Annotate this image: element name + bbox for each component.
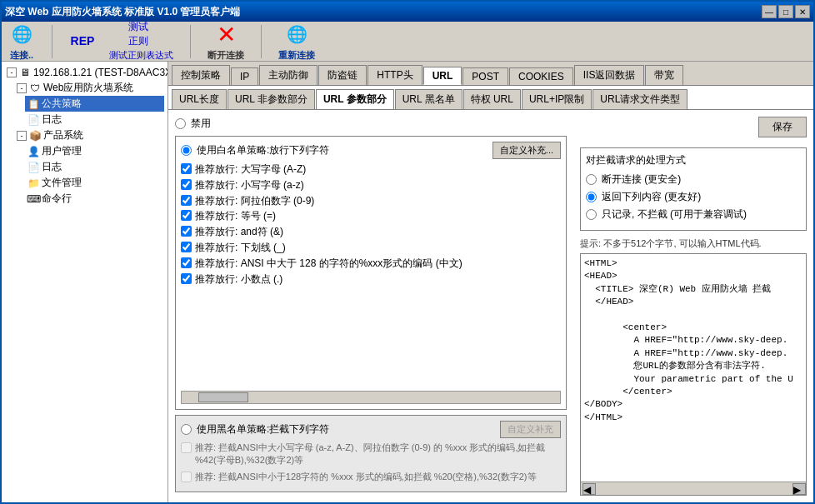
tab-top-COOKIES[interactable]: COOKIES bbox=[509, 67, 573, 85]
sidebar-item-waf[interactable]: - 🛡 Web应用防火墙系统 bbox=[15, 80, 164, 96]
radio-whitelist[interactable] bbox=[181, 145, 192, 156]
handle-radio-2[interactable] bbox=[586, 209, 597, 220]
sidebar-item-user[interactable]: 👤 用户管理 bbox=[25, 143, 164, 159]
whitelist-items: 推荐放行: 大写字母 (A-Z)推荐放行: 小写字母 (a-z)推荐放行: 阿拉… bbox=[181, 162, 561, 389]
connect-label: 连接.. bbox=[10, 49, 33, 62]
save-button[interactable]: 保存 bbox=[758, 117, 807, 137]
cmd-icon: ⌨ bbox=[27, 192, 40, 206]
whitelist-checkbox-4[interactable] bbox=[181, 226, 192, 237]
hint-text: 提示: 不多于512个字节, 可以输入HTML代码. bbox=[580, 237, 807, 250]
whitelist-checkbox-6[interactable] bbox=[181, 257, 192, 268]
main-content: - 🖥 192.168.1.21 (TEST-D8AAC3XQDM) - 🛡 W… bbox=[2, 62, 813, 502]
log1-icon: 📄 bbox=[27, 113, 40, 127]
scrollbar-thumb bbox=[198, 392, 248, 402]
whitelist-scrollbar-h[interactable] bbox=[181, 391, 561, 404]
tab-top-HTTP头[interactable]: HTTP头 bbox=[368, 65, 422, 85]
expand-waf[interactable]: - bbox=[17, 83, 27, 93]
rep-button[interactable]: REP bbox=[69, 27, 96, 56]
tab-top-控制策略[interactable]: 控制策略 bbox=[172, 65, 230, 85]
divider-1 bbox=[52, 25, 52, 58]
two-col-layout: 禁用 使用白名单策略:放行下列字符 自定义补充... 推荐 bbox=[175, 117, 807, 496]
tab-second-5[interactable]: URL+IP限制 bbox=[522, 89, 592, 109]
connect-icon: 🌐 bbox=[8, 21, 35, 47]
tab-top-带宽[interactable]: 带宽 bbox=[645, 65, 683, 85]
html-editor-scrollbar-h[interactable]: ◀ ▶ bbox=[581, 482, 806, 495]
sidebar-item-policy[interactable]: 📋 公共策略 bbox=[25, 96, 164, 112]
radio-disabled-row: 禁用 bbox=[175, 117, 567, 131]
tab-bar-top: 控制策略IP主动防御防盗链HTTP头URLPOSTCOOKIESIIS返回数据带… bbox=[168, 62, 813, 86]
whitelist-item: 推荐放行: 等号 (=) bbox=[181, 209, 561, 223]
whitelist-checkbox-5[interactable] bbox=[181, 242, 192, 252]
cmd-label: 命令行 bbox=[42, 192, 72, 206]
blacklist-item: 推荐: 拦截ANSI中小于128字符的 %xxx 形式的编码,如拦截 %20(空… bbox=[181, 471, 561, 483]
tab-second-4[interactable]: 特权 URL bbox=[463, 89, 521, 109]
whitelist-checkbox-1[interactable] bbox=[181, 179, 192, 190]
policy-label: 公共策略 bbox=[42, 97, 82, 111]
sidebar-item-log2[interactable]: 📄 日志 bbox=[25, 159, 164, 175]
handle-option-row-1: 返回下列内容 (更友好) bbox=[586, 190, 801, 204]
whitelist-item: 推荐放行: ANSI 中大于 128 的字符的%xxx形式的编码 (中文) bbox=[181, 257, 561, 271]
tab-second-6[interactable]: URL请求文件类型 bbox=[592, 89, 688, 109]
scroll-left-btn[interactable]: ◀ bbox=[582, 483, 596, 495]
tab-top-POST[interactable]: POST bbox=[462, 67, 508, 85]
sidebar-item-product[interactable]: - 📦 产品系统 bbox=[15, 127, 164, 143]
server-label: 192.168.1.21 (TEST-D8AAC3XQDM) bbox=[33, 67, 168, 78]
handle-radio-1[interactable] bbox=[586, 192, 597, 202]
title-bar: 深空 Web 应用防火墙系统 标准版 V1.0 管理员客户端 — □ ✕ bbox=[2, 2, 813, 22]
test-regex-icon: 测试正则 bbox=[128, 21, 155, 47]
policy-icon: 📋 bbox=[27, 97, 40, 111]
tab-second-2[interactable]: URL 参数部分 bbox=[316, 89, 394, 109]
divider-3 bbox=[261, 25, 262, 58]
content-area: 禁用 使用白名单策略:放行下列字符 自定义补充... 推荐 bbox=[168, 110, 813, 502]
expand-server[interactable]: - bbox=[7, 67, 17, 77]
handle-section: 对拦截请求的处理方式 断开连接 (更安全)返回下列内容 (更友好)只记录, 不拦… bbox=[580, 147, 807, 231]
blacklist-checkbox-0[interactable] bbox=[181, 442, 192, 453]
expand-product[interactable]: - bbox=[17, 131, 27, 141]
handle-radio-0[interactable] bbox=[586, 174, 597, 185]
test-regex-button[interactable]: 测试正则 测试正则表达式 bbox=[109, 21, 173, 62]
radio-disabled[interactable] bbox=[175, 118, 186, 129]
customize-blacklist-button[interactable]: 自定义补充 bbox=[500, 421, 561, 438]
tab-top-IIS返回数据[interactable]: IIS返回数据 bbox=[574, 65, 645, 85]
scroll-track bbox=[596, 484, 792, 494]
tab-top-主动防御[interactable]: 主动防御 bbox=[259, 65, 318, 85]
tab-top-URL[interactable]: URL bbox=[423, 67, 462, 85]
handle-option-label-0: 断开连接 (更安全) bbox=[602, 172, 681, 187]
blacklist-item: 推荐: 拦截ANSI中大小写字母 (a-z, A-Z)、阿拉伯数字 (0-9) … bbox=[181, 442, 561, 467]
whitelist-checkbox-2[interactable] bbox=[181, 195, 192, 206]
window-controls: — □ ✕ bbox=[762, 5, 810, 18]
sidebar-item-log1[interactable]: 📄 日志 bbox=[25, 112, 164, 127]
customize-whitelist-button[interactable]: 自定义补充... bbox=[492, 142, 561, 159]
tab-second-3[interactable]: URL 黑名单 bbox=[395, 89, 462, 109]
file-icon: 📁 bbox=[27, 177, 40, 190]
whitelist-label-4: 推荐放行: and符 (&) bbox=[195, 225, 283, 239]
waf-children: 📋 公共策略 📄 日志 bbox=[15, 96, 164, 127]
maximize-button[interactable]: □ bbox=[778, 5, 793, 18]
sidebar-item-file[interactable]: 📁 文件管理 bbox=[25, 175, 164, 191]
tab-second-0[interactable]: URL长度 bbox=[172, 89, 227, 109]
whitelist-item: 推荐放行: 下划线 (_) bbox=[181, 241, 561, 255]
product-icon: 📦 bbox=[28, 129, 42, 142]
sidebar-item-server[interactable]: - 🖥 192.168.1.21 (TEST-D8AAC3XQDM) bbox=[5, 65, 164, 80]
connect-button[interactable]: 🌐 连接.. bbox=[8, 21, 35, 62]
disconnect-button[interactable]: ✕ 断开连接 bbox=[208, 21, 244, 62]
whitelist-header: 使用白名单策略:放行下列字符 自定义补充... bbox=[181, 142, 561, 159]
close-button[interactable]: ✕ bbox=[795, 5, 810, 18]
minimize-button[interactable]: — bbox=[762, 5, 777, 18]
tab-second-1[interactable]: URL 非参数部分 bbox=[228, 89, 315, 109]
tab-top-IP[interactable]: IP bbox=[231, 67, 258, 85]
tab-top-防盗链[interactable]: 防盗链 bbox=[318, 65, 367, 85]
scroll-right-btn[interactable]: ▶ bbox=[792, 483, 806, 495]
handle-option-label-2: 只记录, 不拦截 (可用于兼容调试) bbox=[602, 207, 747, 222]
whitelist-checkbox-7[interactable] bbox=[181, 273, 192, 284]
reconnect-icon: 🌐 bbox=[283, 21, 310, 47]
whitelist-checkbox-0[interactable] bbox=[181, 163, 192, 174]
sidebar-item-cmd[interactable]: ⌨ 命令行 bbox=[25, 191, 164, 207]
user-icon: 👤 bbox=[27, 145, 40, 158]
radio-blacklist[interactable] bbox=[181, 424, 192, 435]
html-content[interactable]: <HTML> <HEAD> <TITLE> 深空(R) Web 应用防火墙 拦截… bbox=[581, 254, 806, 482]
whitelist-checkbox-3[interactable] bbox=[181, 210, 192, 221]
sidebar: - 🖥 192.168.1.21 (TEST-D8AAC3XQDM) - 🛡 W… bbox=[2, 62, 168, 502]
reconnect-button[interactable]: 🌐 重新连接 bbox=[278, 21, 315, 62]
blacklist-checkbox-1[interactable] bbox=[181, 472, 192, 482]
